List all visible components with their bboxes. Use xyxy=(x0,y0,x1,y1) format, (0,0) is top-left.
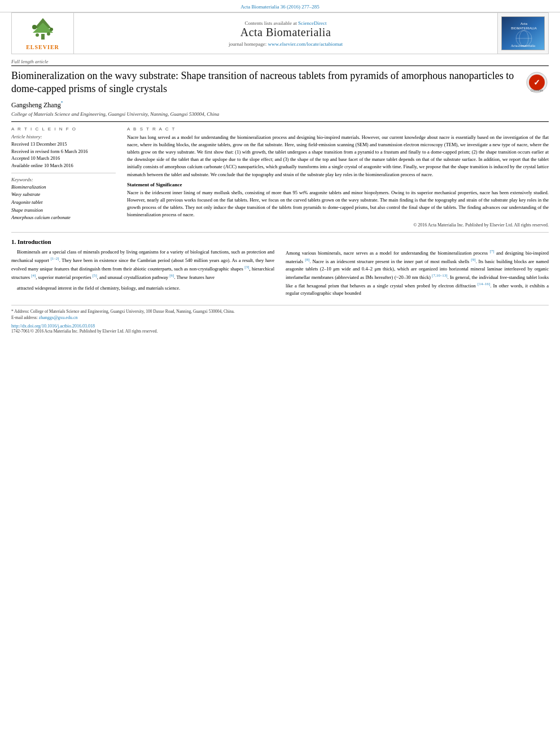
keywords-label: Keywords: xyxy=(11,177,116,182)
ref-8[interactable]: [8] xyxy=(305,257,309,262)
email-link[interactable]: zhanggs@gxu.edu.cn xyxy=(39,315,78,320)
sciencedirect-link[interactable]: ScienceDirect xyxy=(298,20,326,26)
accepted-date: Accepted 10 March 2016 xyxy=(11,155,116,162)
main-content: Full length article Biomineralization on… xyxy=(11,54,549,338)
significance-text: Nacre is the iridescent inner lining of … xyxy=(127,189,549,219)
journal-logo-image: Acta BIOMATERIALIA xyxy=(501,16,545,50)
article-title: Biomineralization on the wavy substrate:… xyxy=(11,69,520,96)
article-info-section-title: A R T I C L E I N F O xyxy=(11,126,116,132)
body-right-col: Among various biominerals, nacre serves … xyxy=(286,248,549,300)
crossmark-area: ✓ CrossMark xyxy=(526,72,549,94)
journal-logo-area: Acta BIOMATERIALIA xyxy=(497,13,548,54)
journal-reference-link[interactable]: Acta Biomaterialia 36 (2016) 277–285 xyxy=(240,4,319,10)
ref-5[interactable]: [5] xyxy=(93,273,97,278)
doi-links: http://dx.doi.org/10.1016/j.actbio.2016.… xyxy=(11,324,549,334)
svg-point-6 xyxy=(47,32,50,36)
body-section: 1. Introduction Biominerals are a specia… xyxy=(11,232,549,300)
intro-heading: 1. Introduction xyxy=(11,238,549,245)
keyword-1: Biomineralization xyxy=(11,184,116,191)
body-two-col: Biominerals are a special class of miner… xyxy=(11,248,549,300)
elsevier-logo-area: ELSEVIER xyxy=(12,13,74,54)
email-label: E-mail address: xyxy=(11,315,38,320)
author-name: Gangsheng Zhang* xyxy=(11,101,549,110)
journal-header: ELSEVIER Contents lists available at Sci… xyxy=(11,12,549,54)
top-bar: Acta Biomaterialia 36 (2016) 277–285 xyxy=(0,0,560,12)
homepage-line: journal homepage: www.elsevier.com/locat… xyxy=(80,41,492,47)
article-info-abstract: A R T I C L E I N F O Article history: R… xyxy=(11,121,549,228)
footnote-marker: * xyxy=(11,309,14,314)
contents-text: Contents lists available at xyxy=(245,20,297,26)
ref-1-2[interactable]: [1–2] xyxy=(50,256,59,261)
ref-7[interactable]: [7] xyxy=(489,249,494,254)
svg-point-3 xyxy=(32,25,37,29)
abstract-section-title: A B S T R A C T xyxy=(127,126,549,132)
article-history-label: Article history: xyxy=(11,134,116,139)
body-para-3: Among various biominerals, nacre serves … xyxy=(286,248,549,297)
body-para-1: Biominerals are a special class of miner… xyxy=(11,248,274,281)
svg-rect-0 xyxy=(41,34,45,40)
svg-point-4 xyxy=(50,28,53,31)
ref-14-16[interactable]: [14–16] xyxy=(478,282,490,286)
svg-point-5 xyxy=(36,33,39,37)
divider-1 xyxy=(11,173,116,173)
received-date: Received 13 December 2015 xyxy=(11,141,116,148)
elsevier-tree-icon xyxy=(26,17,60,42)
crossmark-icon: ✓ CrossMark xyxy=(526,72,548,93)
homepage-label: journal homepage: xyxy=(229,41,266,47)
footnote: * Address: College of Materials Science … xyxy=(11,309,549,314)
journal-logo-svg: Acta BIOMATERIALIA xyxy=(502,17,545,50)
ref-6[interactable]: [6] xyxy=(169,273,174,278)
sciencedirect-line: Contents lists available at ScienceDirec… xyxy=(80,20,492,26)
doi-link[interactable]: http://dx.doi.org/10.1016/j.actbio.2016.… xyxy=(11,324,549,329)
ref-9[interactable]: [9] xyxy=(471,257,475,262)
copyright-text: © 2016 Acta Materialia Inc. Published by… xyxy=(127,222,549,228)
ref-3[interactable]: [3] xyxy=(244,265,249,269)
svg-text:✓: ✓ xyxy=(533,78,540,87)
ref-7-10-13[interactable]: [7,10–13] xyxy=(432,273,447,278)
elsevier-label: ELSEVIER xyxy=(26,44,59,50)
article-title-area: Biomineralization on the wavy substrate:… xyxy=(11,69,549,96)
significance-title: Statement of Significance xyxy=(127,182,549,187)
keyword-4: Shape transition xyxy=(11,207,116,215)
revised-date: Received in revised form 6 March 2016 xyxy=(11,148,116,155)
body-left-col: Biominerals are a special class of miner… xyxy=(11,248,274,300)
available-date: Available online 10 March 2016 xyxy=(11,162,116,169)
journal-title: Acta Biomaterialia xyxy=(80,26,492,39)
author-sup: * xyxy=(61,101,63,106)
email-line: E-mail address: zhanggs@gxu.edu.cn xyxy=(11,315,549,320)
affiliation: College of Materials Science and Enginee… xyxy=(11,111,549,117)
footnote-text: Address: College of Materials Science an… xyxy=(14,309,234,314)
author-name-text: Gangsheng Zhang xyxy=(11,101,61,109)
abstract-column: A B S T R A C T Nacre has long served as… xyxy=(127,126,549,228)
body-para-2-continuation: attracted widespread interest in the fie… xyxy=(11,285,274,292)
svg-text:CrossMark: CrossMark xyxy=(531,89,544,92)
keyword-5: Amorphous calcium carbonate xyxy=(11,214,116,222)
abstract-text: Nacre has long served as a model for und… xyxy=(127,134,549,178)
svg-text:Acta: Acta xyxy=(520,22,528,25)
issn-text: 1742-7061/© 2016 Acta Materialia Inc. Pu… xyxy=(11,329,158,334)
article-info-column: A R T I C L E I N F O Article history: R… xyxy=(11,126,116,228)
footer-area: * Address: College of Materials Science … xyxy=(11,305,549,334)
svg-text:BIOMATERIALIA: BIOMATERIALIA xyxy=(511,27,537,30)
keyword-3: Aragonite tablet xyxy=(11,199,116,207)
ref-4[interactable]: [4] xyxy=(31,273,36,278)
keywords-list: Biomineralization Wavy substrate Aragoni… xyxy=(11,184,116,222)
journal-center-info: Contents lists available at ScienceDirec… xyxy=(74,13,497,54)
article-type: Full length article xyxy=(11,59,549,66)
homepage-url[interactable]: www.elsevier.com/locate/actabiomat xyxy=(268,41,343,47)
keyword-2: Wavy substrate xyxy=(11,191,116,199)
